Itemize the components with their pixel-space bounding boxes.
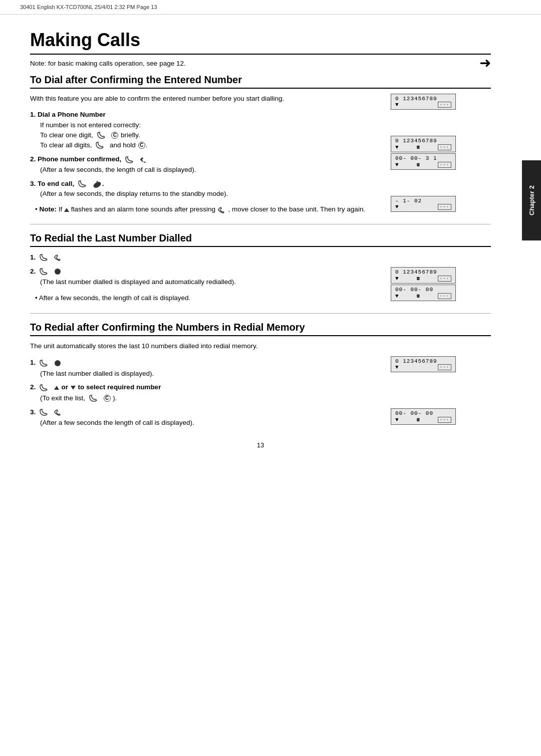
or-text: or [62,383,69,391]
handset-icon1 [97,131,108,139]
note-line: Note: for basic making calls operation, … [30,60,491,67]
lcd2-text2: 00- 00- 3 1 [395,155,437,161]
s3-step2-note: (To exit the list, C ). [40,394,117,402]
section3-lcds: 0 123456789 ▼ ··· 00- 00- 00 ▼ ☎ [391,341,491,431]
section2-title: To Redial the Last Number Dialled [30,232,491,247]
step3-note: (After a few seconds, the display return… [40,190,228,197]
page-number: 13 [30,441,491,459]
step1-note3: To clear all digits, and hold C. [40,141,147,149]
section1-lcds: 0 123456789 ▼ ··· 0 123456789 ▼ ☎ [391,94,491,216]
s3-phone-receive [54,409,63,416]
step2-note: (After a few seconds, the length of call… [40,166,196,173]
end-call-icon [92,180,102,188]
s2-handset2 [39,268,50,276]
lcd3-text1: - 1- 02 [395,198,422,204]
chapter-tab: Chapter 2 [522,160,541,240]
lcd1-text1: 0 123456789 [395,96,437,102]
section3-step1: 1. (The last number dialled is displayed… [30,357,386,379]
s3-step3-note: (After a few seconds the length of call … [40,419,194,426]
section2-step1: 1. [30,252,386,263]
c-icon1: C [111,132,118,139]
c-icon2: C [138,142,145,149]
arrow-icon: ➜ [479,55,491,71]
note-bullet1: • Note: If flashes and an alarm tone sou… [35,204,386,215]
step1-note1: If number is not entered correctly: [40,121,141,129]
lcd1-battery1: ··· [438,102,451,108]
s2-note: • After a few seconds, the length of cal… [35,293,386,304]
redial-circle-icon [55,269,61,275]
section3-desc: The unit automatically stores the last 1… [30,341,386,351]
page-title: Making Calls [30,30,491,51]
step1-note2: To clear one digit, C briefly. [40,131,140,139]
s2-handset1 [39,254,50,262]
lcd1-icons1: ▼ [395,102,399,108]
s3-handset2 [39,384,50,392]
s3-step2-label: to select required number [78,383,161,391]
section1-desc: With this feature you are able to confir… [30,94,386,104]
step2-label: 2. Phone number confirmed, [30,155,148,163]
s3-handset4 [39,408,50,416]
section1-title: To Dial after Confirming the Entered Num… [30,74,491,89]
step3-label: 3. To end call, . [30,180,104,187]
handset-icon3 [125,156,136,164]
s3-step1-note: (The last number dialled is displayed). [40,370,154,377]
s3-handset3 [89,394,100,402]
s3-lcd1-text1: 0 123456789 [395,358,437,364]
s3-c-icon: C [104,395,111,402]
step1-label: 1. Dial a Phone Number [30,111,106,118]
section3-title: To Redial after Confirming the Numbers i… [30,322,491,336]
signal-triangle-icon [64,208,69,212]
s2-phone-receive1 [54,254,63,261]
s3-handset1 [39,359,50,367]
s2-step2-note: (The last number dialled is displayed an… [40,278,236,286]
section3-step2: 2. or to select required number (To exit… [30,382,386,403]
arrow-up-icon [54,386,59,390]
s3-lcd2-text1: 00- 00- 00 [395,410,433,416]
section3-step3: 3. (After a few seconds the length of ca… [30,407,386,428]
s3-circle-icon1 [55,360,61,366]
page-header: 30401 English KX-TCD700NL 25/4/01 2:32 P… [0,0,541,15]
handset-icon4 [78,180,89,188]
arrow-down-icon [71,386,76,390]
phone-receive-icon [139,156,148,164]
s2-lcd1-text2: 00- 00- 00 [395,287,433,293]
section2-lcds: 0 123456789 ▼ ☎ ··· 00- 00- 00 ▼ ☎ [391,252,491,305]
section2-step2: 2. (The last number dialled is displayed… [30,266,386,288]
handset-icon2 [95,141,106,149]
s2-lcd1-text1: 0 123456789 [395,269,437,275]
lcd2-text1: 0 123456789 [395,138,437,144]
phone-send-icon [217,206,226,213]
svg-rect-1 [97,181,98,183]
